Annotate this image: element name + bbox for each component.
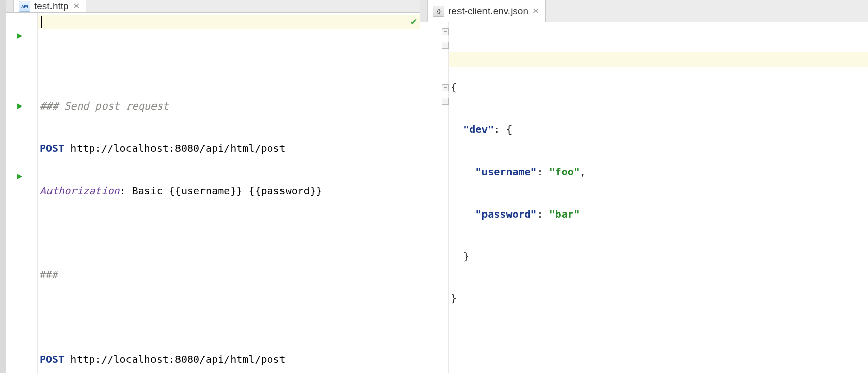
- tab-bar-leading-stub: [6, 0, 14, 12]
- tab-test-http[interactable]: test.http ✕: [14, 0, 86, 12]
- tab-bar-leading-stub: [420, 0, 428, 22]
- indent: [451, 250, 463, 262]
- http-header-name: Authorization: [40, 184, 120, 197]
- gutter-left[interactable]: ▶ ▶ ▶: [6, 13, 38, 373]
- run-icon[interactable]: ▶: [17, 171, 22, 181]
- run-icon[interactable]: ▶: [17, 100, 22, 111]
- tab-bar-left: test.http ✕: [6, 0, 420, 13]
- editor-body-left[interactable]: ▶ ▶ ▶ ✔ ### Send post request POST http:…: [6, 13, 420, 373]
- run-icon[interactable]: ▶: [17, 30, 22, 40]
- separator: ###: [40, 269, 58, 281]
- json-file-icon: [433, 6, 444, 17]
- http-url: http://localhost:8080/api/html/post: [64, 142, 285, 154]
- editor-panel-right: rest-client.env.json ✕ − − − − { "dev": …: [420, 0, 868, 373]
- brace-close: }: [463, 250, 469, 262]
- fold-icon[interactable]: −: [442, 98, 449, 105]
- brace-open: {: [451, 81, 457, 93]
- close-icon[interactable]: ✕: [532, 7, 539, 15]
- json-comma: ,: [580, 166, 586, 178]
- json-key: "username": [475, 166, 537, 178]
- fold-icon[interactable]: −: [442, 84, 449, 91]
- check-icon[interactable]: ✔: [411, 15, 417, 29]
- current-line-highlight: [38, 15, 420, 29]
- indent: [451, 166, 475, 178]
- text-cursor: [41, 16, 42, 28]
- json-string: "foo": [549, 166, 580, 178]
- json-colon: :: [537, 166, 549, 178]
- tab-bar-right: rest-client.env.json ✕: [420, 0, 868, 22]
- json-string: "bar": [549, 208, 580, 220]
- json-key: "password": [475, 208, 537, 220]
- api-file-icon: [19, 1, 30, 12]
- json-after: : {: [494, 123, 512, 136]
- http-method: POST: [40, 142, 64, 154]
- http-url: http://localhost:8080/api/html/post: [64, 353, 285, 365]
- fold-icon[interactable]: −: [442, 42, 449, 49]
- comment-line: ### Send post request: [40, 100, 169, 112]
- indent: [451, 208, 475, 220]
- gutter-right[interactable]: − − − −: [420, 22, 449, 373]
- fold-icon[interactable]: −: [442, 28, 449, 35]
- current-line-highlight: [449, 52, 868, 67]
- http-header-value: : Basic {{username}} {{password}}: [120, 184, 322, 197]
- close-icon[interactable]: ✕: [73, 2, 80, 10]
- code-area-left[interactable]: ✔ ### Send post request POST http://loca…: [38, 13, 420, 373]
- http-method: POST: [40, 353, 64, 365]
- brace-close: }: [451, 292, 457, 304]
- tab-label: rest-client.env.json: [448, 6, 528, 17]
- code-area-right[interactable]: { "dev": { "username": "foo", "password"…: [449, 22, 868, 373]
- editor-body-right[interactable]: − − − − { "dev": { "username": "foo", "p…: [420, 22, 868, 373]
- json-key: "dev": [463, 123, 494, 136]
- tool-window-strip[interactable]: [0, 0, 6, 373]
- indent: [451, 123, 463, 136]
- json-colon: :: [537, 208, 549, 220]
- tab-label: test.http: [34, 1, 69, 12]
- tab-rest-client-env[interactable]: rest-client.env.json ✕: [428, 0, 546, 22]
- editor-panel-left: test.http ✕ ▶ ▶ ▶ ✔ ### Send post reques…: [6, 0, 420, 373]
